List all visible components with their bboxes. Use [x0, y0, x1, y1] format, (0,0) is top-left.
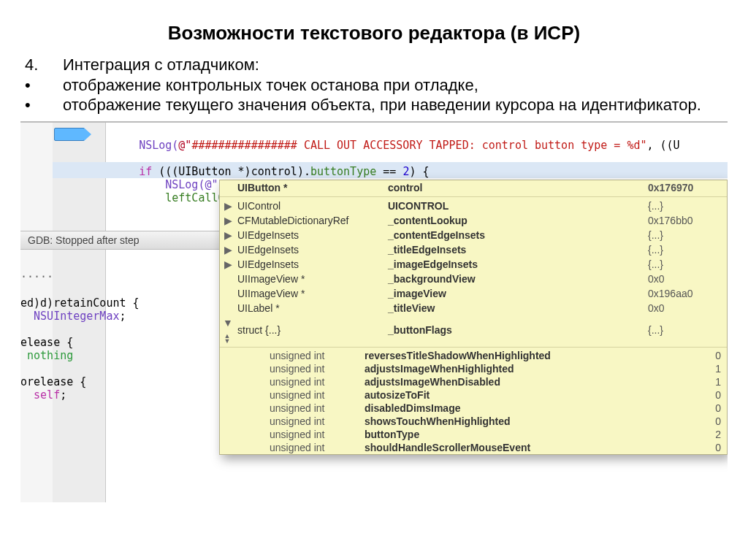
list-item: Интеграция с отладчиком: — [63, 55, 728, 75]
tooltip-name: adjustsImageWhenHighlighted — [365, 363, 696, 375]
tooltip-name: _buttonFlags — [388, 324, 644, 336]
tooltip-name: _backgroundView — [388, 273, 644, 285]
tooltip-type: unsigned int — [270, 363, 357, 375]
ide-screenshot: NSLog(@"################ CALL OUT ACCESS… — [20, 121, 728, 502]
code-line: NSUIntegerMax; — [20, 310, 126, 323]
code-line: if (((UIButton *)control).buttonType == … — [112, 165, 430, 178]
code-line: NSLog(@"################ CALL OUT ACCESS… — [112, 139, 680, 152]
code-line: nothing — [20, 349, 73, 362]
tooltip-value: 0 — [703, 389, 721, 401]
tooltip-value: 0x196aa0 — [648, 288, 721, 299]
tooltip-value: 1 — [703, 363, 721, 375]
tooltip-type: UIEdgeInsets — [237, 258, 383, 270]
bullet-marker: • — [20, 75, 63, 96]
tooltip-type: unsigned int — [270, 429, 357, 440]
bullet-list: 4. Интеграция с отладчиком: • отображени… — [20, 55, 728, 115]
tooltip-type: unsigned int — [270, 442, 357, 453]
tooltip-value: {...} — [648, 324, 721, 336]
tooltip-subrow[interactable]: unsigned intdisabledDimsImage0 — [264, 402, 727, 415]
tooltip-type: UIControl — [237, 200, 383, 212]
execution-pointer-icon — [54, 128, 85, 141]
tooltip-value: {...} — [648, 229, 721, 241]
tooltip-value: {...} — [648, 244, 721, 256]
tooltip-value: 2 — [703, 429, 721, 440]
tooltip-name: disabledDimsImage — [365, 402, 696, 414]
tooltip-row[interactable]: ▼▲▼struct {...}_buttonFlags{...} — [220, 315, 727, 345]
list-number: 4. — [20, 55, 63, 75]
tooltip-type: unsigned int — [270, 376, 357, 388]
tooltip-row[interactable]: UILabel *_titleView0x0 — [220, 301, 727, 315]
tooltip-value: 0 — [703, 415, 721, 427]
tooltip-name: reversesTitleShadowWhenHighlighted — [365, 350, 696, 361]
tooltip-type: UILabel * — [237, 302, 383, 314]
tooltip-name: UICONTROL — [388, 200, 644, 212]
tooltip-value: {...} — [648, 200, 721, 212]
tooltip-name: autosizeToFit — [365, 389, 696, 401]
tooltip-value: 0x0 — [648, 302, 721, 314]
tooltip-name: _imageView — [388, 288, 644, 299]
tooltip-name: _titleEdgeInsets — [388, 244, 644, 256]
tooltip-type: unsigned int — [270, 402, 357, 414]
slide-title: Возможности текстового редактора (в ИСР) — [20, 22, 728, 45]
tooltip-value: {...} — [648, 258, 721, 270]
list-item: отображение текущего значения объекта, п… — [63, 95, 728, 115]
tooltip-name: shouldHandleScrollerMouseEvent — [365, 442, 696, 453]
tooltip-type: unsigned int — [270, 350, 357, 361]
code-line: elease { — [20, 336, 73, 349]
tooltip-type: UIImageView * — [237, 288, 383, 299]
tooltip-header: UIButton * control 0x176970 — [220, 180, 727, 195]
tooltip-row[interactable]: UIImageView *_backgroundView0x0 — [220, 272, 727, 286]
disclosure-triangle-icon[interactable]: ▶ — [223, 229, 233, 241]
tooltip-value: 1 — [703, 376, 721, 388]
debugger-tooltip[interactable]: UIButton * control 0x176970 ▶UIControlUI… — [219, 180, 728, 455]
tooltip-type: UIEdgeInsets — [237, 229, 383, 241]
tooltip-name: buttonType — [365, 429, 696, 440]
tooltip-value: 0x0 — [648, 273, 721, 285]
tooltip-type: UIImageView * — [237, 273, 383, 285]
tooltip-name: _contentEdgeInsets — [388, 229, 644, 241]
tooltip-type: CFMutableDictionaryRef — [237, 215, 383, 226]
tooltip-row[interactable]: UIImageView *_imageView0x196aa0 — [220, 286, 727, 301]
tooltip-name: _imageEdgeInsets — [388, 258, 644, 270]
tooltip-type: unsigned int — [270, 415, 357, 427]
tooltip-subrow[interactable]: unsigned intshowsTouchWhenHighlighted0 — [264, 415, 727, 428]
code-line: ed)d)retainCount { — [20, 296, 140, 310]
code-line: NSLog(@" — [112, 178, 218, 191]
stepper-icon[interactable]: ▲▼ — [224, 334, 231, 344]
disclosure-triangle-icon[interactable]: ▶ — [223, 244, 233, 256]
tooltip-type: struct {...} — [237, 324, 383, 336]
code-line: self; — [20, 388, 66, 402]
tooltip-subrow[interactable]: unsigned intadjustsImageWhenDisabled1 — [264, 375, 727, 388]
tooltip-name: _titleView — [388, 302, 644, 314]
disclosure-triangle-icon[interactable]: ▶ — [223, 215, 233, 226]
disclosure-triangle-icon[interactable]: ▶ — [223, 200, 233, 212]
tooltip-value: 0 — [703, 402, 721, 414]
tooltip-value: 0 — [703, 350, 721, 361]
disclosure-triangle-icon[interactable]: ▶ — [223, 258, 233, 270]
lower-code-area: ····· ed)d)retainCount { NSUIntegerMax; … — [20, 257, 140, 428]
tooltip-type: unsigned int — [270, 389, 357, 401]
tooltip-name: adjustsImageWhenDisabled — [365, 376, 696, 388]
tooltip-subrow[interactable]: unsigned intautosizeToFit0 — [264, 388, 727, 402]
tooltip-value: 0 — [703, 442, 721, 453]
tooltip-row[interactable]: ▶UIEdgeInsets_imageEdgeInsets{...} — [220, 257, 727, 272]
tooltip-name: _contentLookup — [388, 215, 644, 226]
tooltip-row[interactable]: ▶UIEdgeInsets_titleEdgeInsets{...} — [220, 242, 727, 257]
tooltip-name: showsTouchWhenHighlighted — [365, 415, 696, 427]
tooltip-subrow[interactable]: unsigned intreversesTitleShadowWhenHighl… — [264, 349, 727, 362]
tooltip-type: UIEdgeInsets — [237, 244, 383, 256]
tooltip-row[interactable]: ▶UIEdgeInsets_contentEdgeInsets{...} — [220, 228, 727, 242]
tooltip-value: 0x176bb0 — [648, 215, 721, 226]
tooltip-row[interactable]: ▶CFMutableDictionaryRef_contentLookup0x1… — [220, 213, 727, 228]
code-line: orelease { — [20, 375, 86, 388]
disclosure-triangle-icon[interactable]: ▼▲▼ — [223, 317, 233, 344]
bullet-marker: • — [20, 95, 63, 115]
tooltip-subrow[interactable]: unsigned intshouldHandleScrollerMouseEve… — [264, 441, 727, 454]
tooltip-subrow[interactable]: unsigned intbuttonType2 — [264, 428, 727, 441]
list-item: отображение контрольных точек останова п… — [63, 75, 728, 96]
tooltip-row[interactable]: ▶UIControlUICONTROL{...} — [220, 199, 727, 213]
tooltip-subrow[interactable]: unsigned intadjustsImageWhenHighlighted1 — [264, 362, 727, 375]
